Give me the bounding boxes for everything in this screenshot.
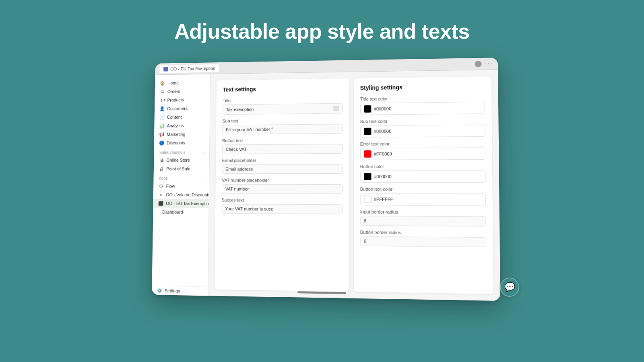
button-color-label: Button color [360,164,485,169]
sidebar-item-dashboard[interactable]: Dashboard [153,208,208,216]
subtext-field-label: Sub text [223,117,343,123]
flow-icon: ⬡ [159,184,163,189]
button-text-color-label: Button text color [360,187,486,192]
button-color-input[interactable]: #000000 [360,171,486,183]
sidebar-item-flow[interactable]: ⬡ Flow [153,182,209,191]
discounts-icon: 🔵 [159,141,164,146]
marketing-icon: 📢 [159,132,164,137]
sidebar: 🏠 Home 🗂 Orders 🏷 Products 👤 Customers 📄 [152,74,211,296]
sidebar-label-pos: Point of Sale [166,167,190,171]
apps-section: Apps › [153,173,209,182]
sidebar-label-content: Content [167,115,182,119]
sidebar-label-online-store: Online Store [166,158,190,162]
tab-favicon [163,66,168,71]
device-frame: OO - EU Tax Exemption ··· 🏠 Home 🗂 Ord [137,60,507,309]
email-placeholder-label: Email placeholder [222,158,343,163]
sidebar-label-customers: Customers [167,106,188,111]
sidebar-item-discounts[interactable]: 🔵 Discounts [154,138,210,147]
error-color-label: Error text color [360,141,485,146]
sidebar-item-marketing[interactable]: 📢 Marketing [154,130,210,139]
styling-settings-panel: Styling settings Title text color #00000… [354,76,493,294]
settings-icon: ⚙️ [157,288,162,293]
sidebar-label-tax-exemption: OO - EU Tax Exemption [166,201,211,206]
pos-icon: 🖨 [159,167,164,171]
sales-channels-section: Sales channels › [154,147,209,156]
sidebar-label-settings: Settings [165,288,180,294]
page-headline: Adjustable app style and texts [174,19,469,43]
input-border-radius-label: Input border radius [360,210,486,215]
sidebar-item-online-store[interactable]: 🖥 Online Store [154,156,209,165]
button-text-field-input[interactable]: Check VAT [222,144,343,154]
products-icon: 🏷 [160,98,165,103]
email-placeholder-input[interactable]: Email address [222,164,342,174]
error-color-swatch [364,150,371,158]
sidebar-label-discounts: Discounts [167,140,185,145]
sidebar-item-customers[interactable]: 👤 Customers [155,104,210,113]
volume-discounts-icon: ○ [159,192,163,197]
sidebar-item-products[interactable]: 🏷 Products [155,95,210,105]
customers-icon: 👤 [160,106,165,111]
subtext-field-input[interactable]: Fill in your VAT number f [222,124,342,134]
title-field-icon [333,106,339,111]
sidebar-item-settings[interactable]: ⚙️ Settings [152,286,208,296]
sidebar-item-home[interactable]: 🏠 Home [155,78,210,87]
sidebar-label-home: Home [167,80,179,85]
title-field-input[interactable]: Tax exemption [223,103,343,115]
subtext-color-input[interactable]: #000000 [360,124,485,137]
sidebar-label-flow: Flow [166,184,175,189]
sidebar-label-analytics: Analytics [167,123,184,128]
error-color-input[interactable]: #FF0000 [360,147,485,160]
button-color-swatch [364,173,371,180]
sidebar-label-products: Products [167,97,184,102]
tab-label: OO - EU Tax Exemption [170,66,215,71]
chat-bubble[interactable]: 💬 [500,278,519,297]
title-color-label: Title text color [360,95,485,102]
title-field-label: Title [223,97,343,103]
button-border-radius-input[interactable]: 6 [360,236,486,247]
home-icon: 🏠 [160,81,165,86]
button-text-color-input[interactable]: #FFFFFF [360,193,486,206]
chevron-right-icon: › [203,150,204,154]
styling-settings-title: Styling settings [360,83,485,91]
button-text-color-swatch [364,195,371,203]
vat-placeholder-label: VAT number placeholder [222,178,342,183]
sidebar-item-content[interactable]: 📄 Content [155,113,210,122]
button-text-field-label: Button text [222,138,343,143]
main-content-area: Text settings Title Tax exemption Sub te… [208,70,500,301]
chevron-right-icon-apps: › [202,177,204,181]
button-border-radius-label: Button border radius [360,230,486,236]
subtext-color-label: Sub text color [360,118,485,124]
sidebar-settings-section: ⚙️ Settings [152,286,208,296]
analytics-icon: 📊 [160,123,165,128]
sidebar-label-orders: Orders [167,89,180,94]
success-text-input[interactable]: Your VAT number is succ [221,204,342,214]
chat-icon: 💬 [504,282,515,292]
user-avatar-icon [475,60,482,67]
sidebar-label-dashboard: Dashboard [162,210,183,214]
online-store-icon: 🖥 [159,158,164,162]
text-settings-panel: Text settings Title Tax exemption Sub te… [215,78,349,292]
content-icon: 📄 [160,115,165,120]
title-color-input[interactable]: #000000 [360,102,485,115]
title-color-swatch [364,105,371,113]
success-text-label: Succes text [222,197,343,203]
sidebar-item-orders[interactable]: 🗂 Orders [155,86,210,96]
app-body: 🏠 Home 🗂 Orders 🏷 Products 👤 Customers 📄 [152,70,500,301]
sidebar-item-pos[interactable]: 🖨 Point of Sale [154,165,209,173]
topbar-actions: ··· [475,60,493,68]
orders-icon: 🗂 [160,89,165,94]
sidebar-label-marketing: Marketing [167,132,185,137]
browser-tab[interactable]: OO - EU Tax Exemption [160,64,219,73]
more-options-icon[interactable]: ··· [485,60,493,67]
subtext-color-swatch [364,128,371,135]
text-settings-title: Text settings [223,85,342,93]
tax-exemption-icon: ⬛ [159,201,163,206]
sidebar-item-analytics[interactable]: 📊 Analytics [154,121,210,130]
vat-placeholder-input[interactable]: VAT number [222,184,343,194]
input-border-radius-input[interactable]: 6 [360,216,486,226]
sidebar-item-volume-discounts[interactable]: ○ OO - Volume Discounts [153,190,209,199]
sidebar-item-tax-exemption[interactable]: ⬛ OO - EU Tax Exemption [153,199,208,208]
sidebar-label-volume-discounts: OO - Volume Discounts [166,192,211,197]
browser-window: OO - EU Tax Exemption ··· 🏠 Home 🗂 Ord [152,58,500,301]
